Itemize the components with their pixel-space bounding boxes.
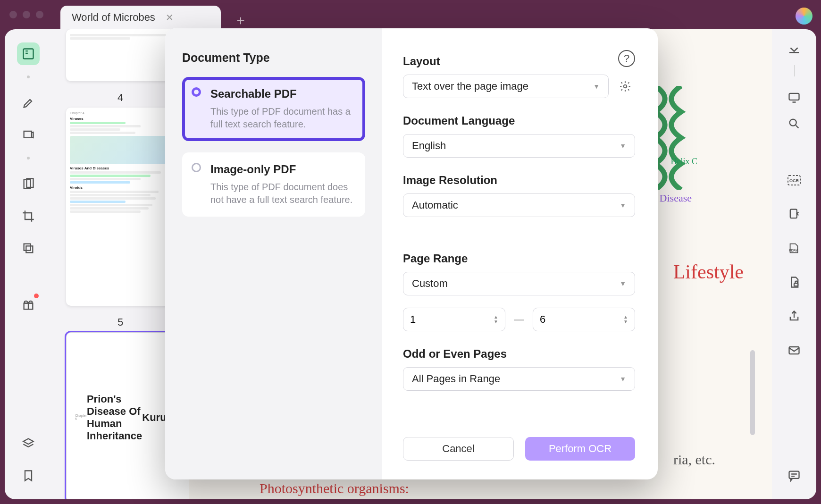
- language-select[interactable]: English ▼: [403, 134, 635, 158]
- canvas-handwriting: Photosynthetic organisms:: [260, 480, 409, 496]
- option-title: Searchable PDF: [210, 87, 355, 101]
- select-value: English: [412, 140, 446, 152]
- close-icon[interactable]: ✕: [166, 12, 174, 23]
- section-title: Document Type: [182, 51, 365, 65]
- dialog-right-panel: ? Layout Text over the page image ▼ Docu…: [382, 28, 658, 479]
- chevron-down-icon: ▼: [593, 83, 600, 90]
- layout-select[interactable]: Text over the page image ▼: [403, 75, 609, 98]
- svg-text:OCR: OCR: [789, 178, 799, 183]
- option-title: Image-only PDF: [210, 163, 355, 176]
- traffic-lights: [9, 11, 43, 18]
- ocr-dialog: Document Type Searchable PDF This type o…: [165, 28, 658, 479]
- input-value: 1: [410, 313, 416, 326]
- tab-bar: World of Microbes ✕ ＋: [60, 0, 247, 29]
- traffic-close[interactable]: [9, 11, 17, 18]
- stepper-arrows[interactable]: ▲▼: [623, 315, 628, 324]
- share-tool[interactable]: [783, 305, 805, 328]
- divider-dot: [27, 76, 30, 78]
- app-logo: [796, 8, 813, 25]
- option-searchable-pdf[interactable]: Searchable PDF This type of PDF document…: [182, 77, 365, 141]
- secure-tool[interactable]: [783, 271, 805, 294]
- annotate-tool[interactable]: [17, 124, 40, 146]
- svg-rect-14: [789, 471, 799, 479]
- field-label: Odd or Even Pages: [403, 347, 635, 361]
- select-value: Text over the page image: [412, 80, 528, 92]
- field-label: Image Resolution: [403, 174, 635, 187]
- gear-icon: [619, 80, 631, 92]
- input-value: 6: [540, 313, 545, 326]
- select-value: Custom: [412, 277, 448, 290]
- canvas-handwriting: ria, etc.: [673, 452, 715, 468]
- radio-icon: [192, 87, 201, 97]
- stepper-arrows[interactable]: ▲▼: [494, 315, 498, 324]
- option-description: This type of PDF document does not have …: [210, 181, 355, 206]
- svg-point-7: [790, 119, 796, 126]
- page-from-input[interactable]: 1 ▲▼: [403, 308, 505, 331]
- traffic-zoom[interactable]: [36, 11, 43, 18]
- present-tool[interactable]: [783, 86, 805, 109]
- crop-tool[interactable]: [17, 205, 40, 227]
- page-thumbnail[interactable]: [66, 29, 175, 81]
- gift-tool[interactable]: [17, 294, 40, 316]
- chevron-down-icon: ▼: [620, 202, 626, 209]
- separator: [794, 65, 795, 76]
- left-toolbar: [5, 29, 52, 499]
- resolution-select[interactable]: Automatic ▼: [403, 193, 635, 217]
- svg-rect-0: [24, 49, 34, 59]
- dialog-left-panel: Document Type Searchable PDF This type o…: [165, 28, 382, 479]
- svg-rect-13: [789, 347, 799, 354]
- option-description: This type of PDF document has a full tex…: [210, 105, 355, 131]
- rotate-tool[interactable]: [783, 203, 805, 226]
- pdfa-tool[interactable]: PDF/A: [783, 237, 805, 260]
- chevron-down-icon: ▼: [620, 142, 626, 150]
- canvas-label: Helix C: [671, 157, 698, 167]
- mail-tool[interactable]: [783, 339, 805, 361]
- select-value: All Pages in Range: [412, 373, 500, 385]
- right-toolbar: OCR PDF/A: [772, 29, 816, 499]
- perform-ocr-button[interactable]: Perform OCR: [525, 437, 635, 461]
- tab-title: World of Microbes: [72, 11, 155, 24]
- search-tool[interactable]: [783, 112, 805, 135]
- canvas-handwriting: Lifestyle: [673, 260, 744, 283]
- pages-tool[interactable]: [17, 237, 40, 260]
- page-thumbnail[interactable]: Chapter 4 Viruses Viruses And Diseases V…: [66, 108, 175, 306]
- layers-tool[interactable]: [17, 432, 40, 455]
- svg-point-15: [624, 85, 627, 88]
- layout-settings-button[interactable]: [615, 76, 635, 96]
- svg-rect-4: [26, 246, 33, 252]
- svg-rect-12: [794, 283, 798, 286]
- page-range-select[interactable]: Custom ▼: [403, 272, 635, 295]
- tab-document[interactable]: World of Microbes ✕: [60, 6, 221, 29]
- cancel-button[interactable]: Cancel: [403, 437, 514, 461]
- thumbnails-tool[interactable]: [17, 42, 40, 65]
- traffic-minimize[interactable]: [23, 11, 30, 18]
- divider-dot: [27, 157, 30, 160]
- odd-even-select[interactable]: All Pages in Range ▼: [403, 367, 635, 391]
- chevron-down-icon: ▼: [620, 375, 626, 383]
- field-label: Document Language: [403, 114, 635, 127]
- ocr-tool[interactable]: OCR: [783, 169, 805, 192]
- add-tab-button[interactable]: ＋: [234, 11, 247, 29]
- svg-rect-6: [789, 93, 799, 100]
- comment-tool[interactable]: [783, 464, 805, 487]
- page-to-input[interactable]: 6 ▲▼: [533, 308, 635, 331]
- svg-rect-3: [24, 244, 31, 251]
- svg-text:PDF/A: PDF/A: [789, 249, 798, 252]
- window-chrome: World of Microbes ✕ ＋: [0, 0, 821, 29]
- radio-icon: [192, 163, 201, 172]
- scrollbar[interactable]: [750, 350, 755, 435]
- help-button[interactable]: ?: [618, 50, 635, 67]
- chevron-down-icon: ▼: [620, 280, 626, 287]
- field-label: Layout: [403, 55, 635, 68]
- svg-rect-10: [790, 210, 797, 218]
- chevron-down-icon[interactable]: [787, 42, 801, 57]
- bookmark-tool[interactable]: [17, 464, 40, 487]
- highlighter-tool[interactable]: [17, 92, 40, 114]
- option-image-only-pdf[interactable]: Image-only PDF This type of PDF document…: [182, 152, 365, 217]
- text-tool[interactable]: [17, 173, 40, 195]
- field-label: Page Range: [403, 252, 635, 265]
- range-dash: —: [514, 313, 524, 326]
- select-value: Automatic: [412, 199, 458, 211]
